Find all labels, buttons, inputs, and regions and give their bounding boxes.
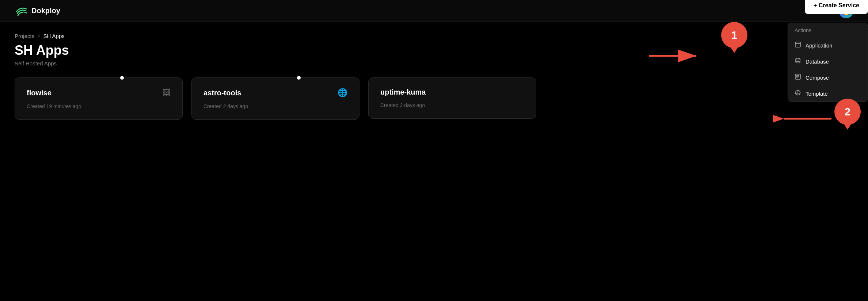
create-service-button[interactable]: + Create Service: [805, 0, 868, 14]
logo-text: Dokploy: [31, 7, 60, 15]
service-card-flowise[interactable]: flowise 🖼 Created 19 minutes ago: [15, 77, 183, 120]
svg-rect-0: [795, 42, 800, 47]
app-header: Dokploy Support ♥ 🧑: [0, 0, 868, 22]
dropdown-item-template-label: Template: [806, 91, 828, 97]
service-card-uptime-kuma[interactable]: uptime-kuma Created 2 days ago: [368, 77, 536, 119]
service-meta-astro: Created 2 days ago: [203, 103, 347, 109]
dropdown-item-compose[interactable]: Compose: [788, 69, 868, 85]
dropdown-header: Actions: [788, 23, 868, 37]
dropdown-item-application[interactable]: Application: [788, 37, 868, 53]
compose-icon: [795, 74, 801, 81]
dropdown-item-compose-label: Compose: [806, 75, 829, 81]
card-header-flowise: flowise 🖼: [27, 88, 171, 98]
dropdown-menu: Actions Application: [788, 23, 868, 102]
main-content: flowise 🖼 Created 19 minutes ago astro-t…: [0, 77, 868, 120]
application-icon: [795, 42, 801, 49]
breadcrumb-separator: >: [37, 33, 40, 39]
page-header: SH Apps Self Hosted Apps: [0, 43, 868, 77]
header-left: Dokploy: [15, 4, 60, 18]
svg-point-2: [796, 58, 800, 60]
service-name-astro: astro-tools: [203, 89, 241, 97]
service-name-flowise: flowise: [27, 89, 52, 97]
template-icon: [795, 90, 801, 97]
cards-row: flowise 🖼 Created 19 minutes ago astro-t…: [15, 77, 853, 120]
service-icon-flowise: 🖼: [163, 88, 171, 98]
page-subtitle: Self Hosted Apps: [15, 60, 853, 66]
card-header-uptime: uptime-kuma: [380, 88, 524, 96]
service-meta-uptime: Created 2 days ago: [380, 102, 524, 108]
status-dot-astro: [297, 76, 301, 80]
card-header-astro: astro-tools 🌐: [203, 88, 347, 98]
service-name-uptime: uptime-kuma: [380, 88, 426, 96]
dropdown-item-template[interactable]: Template: [788, 85, 868, 102]
dropdown-item-database-label: Database: [806, 58, 829, 65]
breadcrumb-current: SH Apps: [43, 33, 64, 39]
page-title: SH Apps: [15, 43, 853, 58]
breadcrumb-projects[interactable]: Projects: [15, 33, 34, 39]
breadcrumb: Projects > SH Apps: [0, 22, 868, 43]
status-dot-flowise: [120, 76, 124, 80]
dropdown-item-application-label: Application: [806, 42, 832, 49]
database-icon: [795, 58, 801, 65]
service-card-astro-tools[interactable]: astro-tools 🌐 Created 2 days ago: [191, 77, 359, 120]
service-icon-astro: 🌐: [338, 88, 347, 98]
dropdown-item-database[interactable]: Database: [788, 53, 868, 69]
logo-icon: [15, 4, 28, 18]
service-meta-flowise: Created 19 minutes ago: [27, 103, 171, 109]
